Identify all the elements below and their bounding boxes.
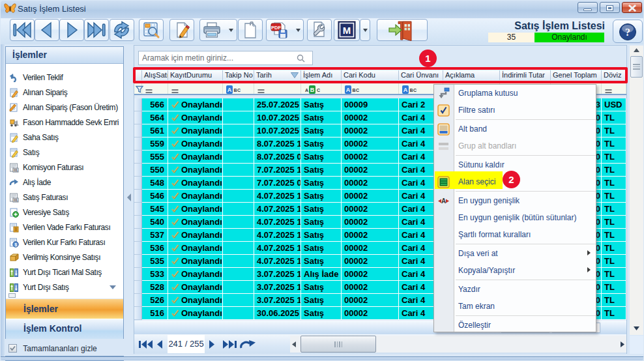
- svg-text:B: B: [234, 88, 237, 93]
- svg-text:B: B: [353, 88, 356, 93]
- svg-text:C: C: [237, 88, 241, 93]
- svg-text:?: ?: [625, 27, 630, 38]
- svg-text:C: C: [413, 88, 417, 93]
- svg-text:C: C: [317, 88, 320, 93]
- svg-text:A: A: [441, 197, 446, 205]
- svg-text:PDF: PDF: [271, 25, 281, 31]
- svg-text:A: A: [403, 87, 408, 93]
- svg-text:A: A: [346, 87, 351, 93]
- svg-text:B: B: [310, 87, 315, 93]
- svg-text:A: A: [305, 88, 308, 93]
- svg-text:B: B: [410, 88, 413, 93]
- svg-text:C: C: [356, 88, 359, 93]
- svg-text:A: A: [227, 87, 232, 93]
- svg-text:M: M: [343, 25, 351, 36]
- svg-text:01: 01: [14, 198, 18, 202]
- svg-text:01: 01: [14, 168, 18, 172]
